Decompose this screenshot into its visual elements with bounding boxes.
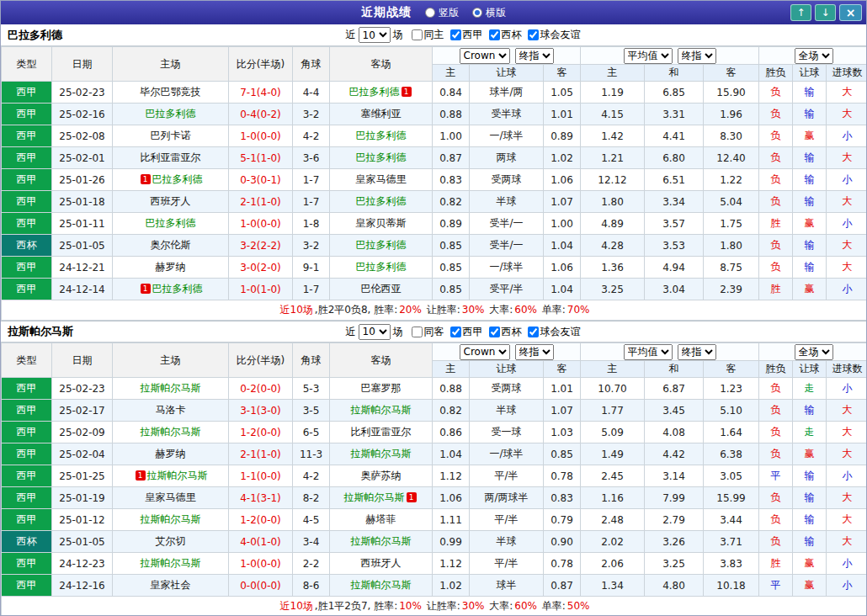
team-name[interactable]: 皇家马德里 — [356, 173, 407, 185]
euro-source-select[interactable]: 平均值 — [624, 48, 673, 64]
score-cell[interactable]: 1-0(0-0) — [229, 213, 293, 235]
team-name[interactable]: 拉斯帕尔马斯 — [351, 448, 412, 459]
date-cell: 24-12-14 — [52, 279, 113, 300]
score-cell[interactable]: 1-0(0-0) — [229, 125, 293, 147]
team-name[interactable]: 巴拉多利德 — [356, 195, 407, 207]
team-name[interactable]: 赫罗纳 — [156, 261, 186, 273]
asian-stage-select[interactable]: 终指 — [515, 48, 554, 64]
filter-option[interactable]: 同主 — [412, 28, 444, 42]
team-name[interactable]: 巴拉多利德 — [356, 239, 407, 251]
score-cell[interactable]: 0-0(0-0) — [229, 575, 293, 597]
team-name[interactable]: 巴伦西亚 — [361, 283, 402, 295]
move-down-button[interactable]: ↓ — [815, 4, 836, 21]
team-name[interactable]: 拉斯帕尔马斯 — [351, 579, 412, 591]
filter-checkbox[interactable] — [528, 327, 539, 337]
team-name[interactable]: 巴拉多利德 — [146, 217, 196, 229]
team-name[interactable]: 奥萨苏纳 — [361, 470, 402, 481]
score-cell[interactable]: 3-1(3-0) — [229, 400, 293, 422]
team-name[interactable]: 巴塞罗那 — [361, 382, 402, 394]
summary-text: 10% — [399, 600, 422, 612]
score-cell[interactable]: 3-0(2-0) — [229, 257, 293, 279]
scope-select[interactable]: 全场 — [795, 48, 833, 64]
filter-checkbox[interactable] — [450, 29, 461, 40]
radio-selected-icon[interactable] — [472, 8, 482, 18]
move-up-button[interactable]: ↑ — [790, 4, 811, 21]
filter-option[interactable]: 西甲 — [450, 28, 483, 42]
team-name[interactable]: 巴拉多利德 — [349, 86, 400, 98]
euro-stage-select[interactable]: 终指 — [678, 344, 716, 360]
team-name[interactable]: 拉斯帕尔马斯 — [147, 470, 208, 481]
score-cell[interactable]: 4-0(1-0) — [229, 531, 293, 553]
col-asian-away: 客 — [544, 361, 581, 378]
filter-option[interactable]: 球会友谊 — [528, 325, 581, 339]
team-name[interactable]: 拉斯帕尔马斯 — [141, 513, 201, 525]
score-cell[interactable]: 1-1(0-0) — [229, 465, 293, 487]
asian-stage-select[interactable]: 终指 — [515, 344, 554, 360]
team-name[interactable]: 皇家社会 — [151, 579, 191, 591]
layout-vertical-radio[interactable]: 竖版 — [425, 6, 459, 20]
team-name[interactable]: 马洛卡 — [156, 404, 186, 416]
scope-select[interactable]: 全场 — [795, 344, 833, 360]
team-name[interactable]: 拉斯帕尔马斯 — [141, 426, 201, 438]
team-name[interactable]: 比利亚雷亚尔 — [351, 426, 412, 438]
score-cell[interactable]: 0-3(0-1) — [229, 169, 293, 191]
filter-option[interactable]: 球会友谊 — [528, 28, 581, 42]
team-name[interactable]: 比利亚雷亚尔 — [141, 151, 201, 163]
team-name[interactable]: 奥尔伦斯 — [151, 239, 191, 251]
team-name[interactable]: 巴拉多利德 — [152, 283, 203, 295]
team-name[interactable]: 皇家马德里 — [146, 491, 196, 503]
team-name[interactable]: 西班牙人 — [151, 195, 191, 207]
filter-checkbox[interactable] — [412, 327, 423, 337]
layout-horizontal-radio[interactable]: 横版 — [472, 6, 506, 20]
team-name[interactable]: 拉斯帕尔马斯 — [344, 491, 405, 503]
team-name[interactable]: 拉斯帕尔马斯 — [351, 535, 412, 547]
team-name[interactable]: 巴拉多利德 — [146, 108, 196, 119]
summary-text: 70% — [567, 304, 590, 316]
team-name[interactable]: 拉斯帕尔马斯 — [141, 557, 201, 569]
euro-stage-select[interactable]: 终指 — [678, 48, 716, 64]
radio-icon[interactable] — [425, 8, 435, 18]
team-name[interactable]: 西班牙人 — [361, 557, 402, 569]
filter-checkbox[interactable] — [412, 29, 423, 40]
score-cell[interactable]: 2-1(1-0) — [229, 443, 293, 465]
score-cell[interactable]: 1-2(0-0) — [229, 509, 293, 531]
team-name[interactable]: 巴列卡诺 — [151, 130, 191, 141]
filter-option[interactable]: 西杯 — [489, 28, 522, 42]
team-name[interactable]: 拉斯帕尔马斯 — [141, 382, 201, 394]
filter-checkbox[interactable] — [489, 327, 500, 337]
team-name[interactable]: 巴拉多利德 — [152, 173, 203, 185]
filter-option[interactable]: 西甲 — [450, 325, 483, 339]
filter-checkbox[interactable] — [450, 327, 461, 337]
match-count-select[interactable]: 10 — [359, 27, 391, 43]
euro-source-select[interactable]: 平均值 — [624, 344, 673, 360]
date-cell: 25-01-26 — [52, 169, 113, 191]
team-name[interactable]: 巴拉多利德 — [356, 261, 407, 273]
team-name[interactable]: 拉斯帕尔马斯 — [351, 404, 412, 416]
match-count-select[interactable]: 10 — [359, 324, 391, 340]
team-name[interactable]: 艾尔切 — [156, 535, 186, 547]
team-name[interactable]: 毕尔巴鄂竞技 — [141, 86, 201, 98]
score-cell[interactable]: 0-4(0-2) — [229, 104, 293, 125]
filter-checkbox[interactable] — [528, 29, 539, 40]
score-cell[interactable]: 7-1(4-0) — [229, 82, 293, 104]
score-cell[interactable]: 1-2(0-0) — [229, 422, 293, 443]
score-cell[interactable]: 1-0(0-0) — [229, 553, 293, 575]
score-cell[interactable]: 2-1(1-0) — [229, 191, 293, 213]
score-cell[interactable]: 5-1(1-0) — [229, 147, 293, 169]
team-name[interactable]: 巴拉多利德 — [356, 151, 407, 163]
score-cell[interactable]: 1-0(1-0) — [229, 279, 293, 300]
close-button[interactable]: × — [839, 4, 862, 21]
score-cell[interactable]: 3-2(2-2) — [229, 235, 293, 257]
filter-checkbox[interactable] — [489, 29, 500, 40]
bookmaker-select[interactable]: Crown — [460, 48, 510, 64]
filter-option[interactable]: 西杯 — [489, 325, 522, 339]
team-name[interactable]: 巴拉多利德 — [356, 130, 407, 141]
filter-option[interactable]: 同客 — [412, 325, 444, 339]
team-name[interactable]: 皇家贝蒂斯 — [356, 217, 407, 229]
score-cell[interactable]: 0-2(0-0) — [229, 378, 293, 400]
score-cell[interactable]: 4-1(3-1) — [229, 487, 293, 509]
bookmaker-select[interactable]: Crown — [460, 344, 510, 360]
team-name[interactable]: 赫塔菲 — [366, 513, 396, 525]
team-name[interactable]: 塞维利亚 — [361, 108, 402, 119]
team-name[interactable]: 赫罗纳 — [156, 448, 186, 459]
